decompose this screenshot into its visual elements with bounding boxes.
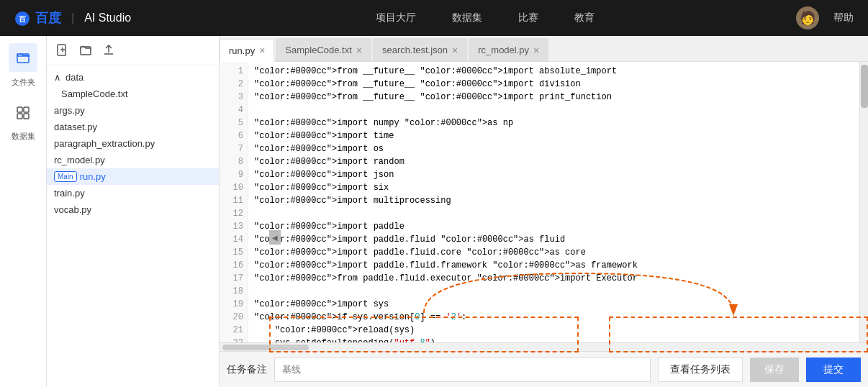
file-toolbar [47, 36, 219, 65]
nav-education[interactable]: 教育 [574, 12, 595, 24]
main-badge: Main [54, 171, 77, 182]
main-nav: 项目大厅 数据集 比赛 教育 [174, 12, 796, 24]
code-line: "color:#0000cc">from __future__ "color:#… [254, 91, 854, 104]
save-button[interactable]: 保存 [750, 358, 799, 382]
task-note-label: 任务备注 [227, 363, 267, 376]
line-numbers: 123456789101112131415161718192021222324 [220, 62, 248, 342]
line-number: 10 [220, 181, 243, 194]
line-number: 5 [220, 117, 243, 129]
tab-bar: run.py × SampleCode.txt × search.test.js… [220, 36, 868, 62]
tab-samplecode-label: SampleCode.txt [285, 45, 352, 55]
logo-aistudio: AI Studio [84, 12, 131, 24]
folder-arrow: ∧ [54, 72, 61, 83]
baseline-input[interactable] [274, 358, 651, 382]
line-number: 1 [220, 65, 243, 78]
file-tree: ∧ data SampleCode.txt args.py dataset.py… [47, 65, 219, 387]
file-args-name: args.py [54, 105, 85, 116]
h-scroll-thumb [222, 345, 309, 350]
file-paragraph-name: paragraph_extraction.py [54, 138, 155, 149]
line-number: 16 [220, 259, 243, 272]
new-file-button[interactable] [54, 42, 71, 59]
line-number: 18 [220, 285, 243, 298]
code-line: "color:#0000cc">import time [254, 129, 854, 142]
line-number: 3 [220, 91, 243, 104]
folder-data[interactable]: ∧ data [47, 69, 219, 86]
line-number: 19 [220, 298, 243, 311]
sidebar-item-datasets[interactable] [9, 99, 37, 127]
code-editor[interactable]: 123456789101112131415161718192021222324 … [220, 62, 868, 342]
line-number: 17 [220, 272, 243, 285]
tab-searchtest-label: search.test.json [382, 45, 448, 55]
editor-area: run.py × SampleCode.txt × search.test.js… [220, 36, 868, 387]
tab-samplecode-close[interactable]: × [356, 45, 362, 55]
line-number: 13 [220, 220, 243, 233]
svg-text:百: 百 [19, 15, 27, 23]
file-dataset[interactable]: dataset.py [47, 119, 219, 135]
line-number: 12 [220, 207, 243, 220]
help-link[interactable]: 帮助 [833, 12, 854, 24]
file-args[interactable]: args.py [47, 102, 219, 119]
tab-searchtest[interactable]: search.test.json × [373, 38, 467, 61]
file-paragraph[interactable]: paragraph_extraction.py [47, 135, 219, 152]
header: 百 百度 | AI Studio 项目大厅 数据集 比赛 教育 🧑 帮助 [0, 0, 868, 36]
code-line [254, 104, 854, 117]
tab-samplecode[interactable]: SampleCode.txt × [276, 38, 371, 61]
horizontal-scrollbar[interactable] [220, 342, 868, 351]
code-line: "color:#0000cc">import paddle.fluid.core… [254, 246, 854, 259]
collapse-panel-button[interactable]: ◀ [269, 230, 281, 245]
file-rcmodel[interactable]: rc_model.py [47, 152, 219, 168]
file-vocab[interactable]: vocab.py [47, 201, 219, 218]
vertical-scrollbar[interactable] [859, 62, 868, 342]
code-content[interactable]: "color:#0000cc">from __future__ "color:#… [248, 62, 859, 342]
code-line: "color:#0000cc">from __future__ "color:#… [254, 65, 854, 78]
new-folder-button[interactable] [77, 42, 94, 59]
code-line: "color:#0000cc">import paddle [254, 220, 854, 233]
avatar[interactable]: 🧑 [796, 6, 819, 29]
nav-competition[interactable]: 比赛 [518, 12, 538, 24]
submit-button[interactable]: 提交 [806, 358, 861, 382]
file-vocab-name: vocab.py [54, 204, 91, 215]
code-line: "color:#0000cc">import json [254, 168, 854, 181]
logo-baidu: 百 百度 [14, 9, 61, 27]
tab-runpy-close[interactable]: × [259, 45, 265, 55]
line-number: 8 [220, 155, 243, 168]
nav-projects[interactable]: 项目大厅 [376, 12, 416, 24]
code-line [254, 285, 854, 298]
line-number: 14 [220, 233, 243, 246]
code-line: "color:#0000cc">import multiprocessing [254, 194, 854, 207]
tab-rcmodel-close[interactable]: × [533, 45, 539, 55]
code-line: "color:#0000cc">reload(sys) [254, 324, 854, 337]
file-samplecode[interactable]: SampleCode.txt [47, 86, 219, 102]
file-runpy[interactable]: Main run.py [47, 168, 219, 185]
svg-rect-3 [17, 107, 22, 112]
code-line: "color:#0000cc">if sys.version[0] == '2'… [254, 311, 854, 324]
tab-runpy[interactable]: run.py × [220, 39, 274, 62]
code-line: "color:#0000cc">import numpy "color:#000… [254, 117, 854, 129]
code-line: "color:#0000cc">import random [254, 155, 854, 168]
sidebar: 文件夹 数据集 [0, 36, 47, 387]
sidebar-item-files[interactable] [9, 43, 37, 72]
line-number: 7 [220, 142, 243, 155]
tab-rcmodel[interactable]: rc_model.py × [469, 38, 548, 61]
main-layout: 文件夹 数据集 [0, 36, 868, 387]
code-line: "color:#0000cc">from __future__ "color:#… [254, 78, 854, 91]
code-line [254, 207, 854, 220]
file-train[interactable]: train.py [47, 185, 219, 201]
nav-datasets[interactable]: 数据集 [452, 12, 482, 24]
upload-button[interactable] [100, 42, 117, 59]
folder-name: data [65, 72, 83, 83]
line-number: 4 [220, 104, 243, 117]
code-line: "color:#0000cc">import os [254, 142, 854, 155]
svg-rect-4 [24, 107, 29, 112]
code-line: "color:#0000cc">import sys [254, 298, 854, 311]
logo: 百 百度 | AI Studio [14, 9, 131, 27]
view-tasks-button[interactable]: 查看任务列表 [658, 358, 743, 382]
svg-rect-6 [24, 114, 29, 119]
line-number: 20 [220, 311, 243, 324]
bottom-panel: 任务备注 查看任务列表 保存 提交 [220, 351, 868, 387]
tab-rcmodel-label: rc_model.py [478, 45, 529, 55]
tab-searchtest-close[interactable]: × [452, 45, 458, 55]
file-train-name: train.py [54, 188, 85, 199]
line-number: 22 [220, 337, 243, 342]
header-right: 🧑 帮助 [796, 6, 854, 29]
